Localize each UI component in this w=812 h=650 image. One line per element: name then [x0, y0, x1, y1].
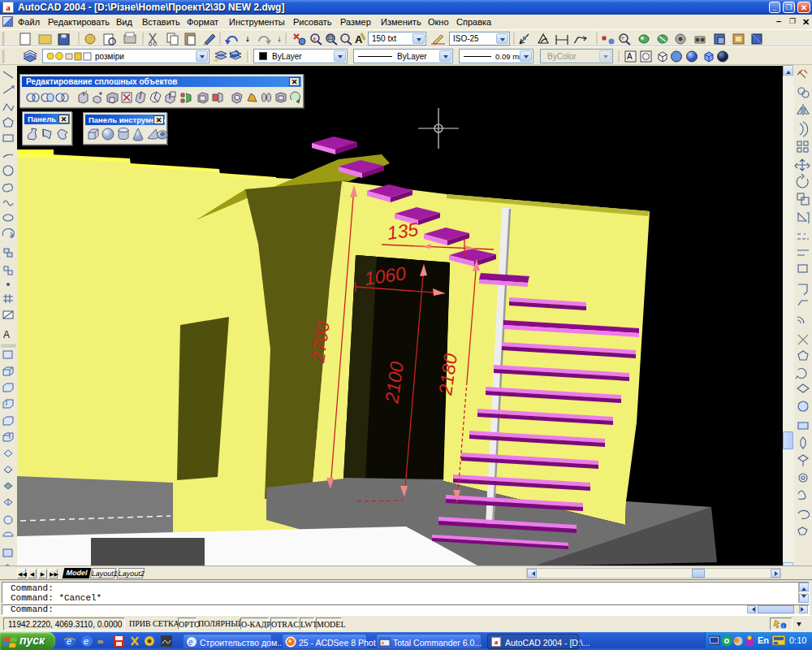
svg-text:A: A	[627, 52, 633, 61]
svg-text:∞: ∞	[97, 637, 103, 646]
svg-text:135: 135	[386, 219, 420, 244]
svg-text:±: ±	[313, 35, 317, 42]
svg-text:+: +	[620, 34, 624, 42]
svg-text:A: A	[3, 329, 10, 340]
svg-text:e: e	[188, 638, 193, 647]
svg-text:e: e	[67, 636, 71, 646]
svg-text:e: e	[84, 636, 89, 646]
